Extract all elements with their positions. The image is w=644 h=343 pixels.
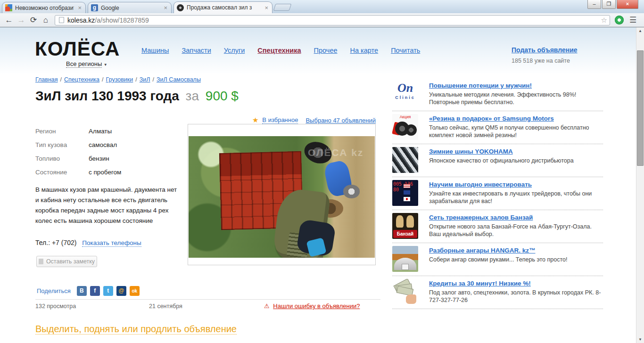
breadcrumb-spectechnika[interactable]: Спецтехника: [64, 76, 99, 83]
browser-tab-1[interactable]: Невозможно отобразить ×: [2, 2, 86, 13]
listing-date: 21 сентября: [149, 303, 182, 310]
akcia-badge: Акция: [392, 114, 418, 119]
home-icon[interactable]: ⌂: [40, 16, 52, 25]
ad-text: Японское качество от официального дистри…: [429, 157, 603, 164]
nav-services[interactable]: Услуги: [224, 47, 245, 54]
ad-text: Собери ангар своими руками... Теперь это…: [429, 256, 603, 263]
tire-shape: [405, 124, 417, 136]
promote-link[interactable]: Выделить, поднять или продлить объявлени…: [35, 324, 237, 335]
address-bar[interactable]: kolesa.kz /a/show/18287859 ☆: [55, 15, 610, 25]
phone-label: Тел.: +7 (702): [35, 239, 76, 246]
close-button[interactable]: ×: [617, 0, 638, 9]
back-icon[interactable]: ←: [3, 16, 15, 25]
scroll-thumb[interactable]: [637, 50, 644, 166]
reload-icon[interactable]: ⟳: [27, 15, 40, 25]
post-ad-link[interactable]: Подать объявление: [512, 46, 578, 54]
ad-text: Узнайте как инвестировать в лучших трейд…: [429, 190, 603, 205]
tab-close-icon[interactable]: ×: [77, 5, 83, 11]
chevron-down-icon: ▼: [104, 63, 107, 67]
nav-spectechnika[interactable]: Спецтехника: [257, 47, 301, 54]
tab-title: Продажа самосвал зил з: [187, 4, 261, 11]
ad-title[interactable]: Научим выгодно инвестировать: [429, 181, 532, 188]
ad-onclinic[interactable]: On Clinic Повышение потенции у мужчин! У…: [392, 78, 603, 111]
ad-title[interactable]: Разборные ангары HANGAR. kz™: [429, 247, 535, 254]
nav-other[interactable]: Прочее: [314, 47, 338, 54]
visitors-count: 185 518 уже на сайте: [512, 57, 570, 64]
hangar-icon: [392, 246, 418, 272]
nav-cars[interactable]: Машины: [141, 47, 169, 54]
truck-photo: ОЛЁСА kz: [189, 136, 375, 258]
selected-ads-link[interactable]: Выбрано 47 объявлений: [305, 117, 376, 124]
nav-read[interactable]: Почитать: [391, 47, 420, 54]
report-error-link[interactable]: Нашли ошибку в объявлении?: [273, 302, 360, 310]
scroll-down-icon[interactable]: ▼: [636, 336, 644, 343]
nav-map[interactable]: На карте: [350, 47, 379, 54]
ad-text: Уникальные методики лечения. Эффективнос…: [429, 91, 603, 106]
breadcrumb-home[interactable]: Главная: [35, 76, 58, 83]
vk-icon[interactable]: В: [77, 286, 87, 296]
detail-row-fuel: Топливо бензин: [35, 152, 182, 165]
page-scrollbar[interactable]: ▲ ▼: [636, 27, 644, 343]
browser-tab-3-active[interactable]: Продажа самосвал зил з ×: [173, 1, 272, 13]
tab-close-icon[interactable]: ×: [163, 5, 168, 11]
ad-banzai[interactable]: Банзай Сеть тренажерных залов Банзай Отк…: [392, 210, 603, 243]
tab-title: Невозможно отобразить: [15, 5, 74, 11]
menu-icon[interactable]: ☰: [629, 15, 636, 25]
nav-parts[interactable]: Запчасти: [182, 47, 211, 54]
main-nav: Машины Запчасти Услуги Спецтехника Проче…: [141, 47, 420, 54]
scroll-up-icon[interactable]: ▲: [636, 27, 644, 34]
ad-title[interactable]: Кредиты за 30 минут! Низкие %!: [429, 280, 531, 287]
page-content: КОЛЁСА Все регионы ▼ Машины Запчасти Усл…: [0, 27, 636, 343]
wheel-favicon-icon: [177, 4, 184, 11]
ad-title[interactable]: Сеть тренажерных залов Банзай: [429, 214, 533, 221]
minimize-button[interactable]: –: [587, 0, 601, 9]
breadcrumb-zil[interactable]: ЗиЛ: [140, 76, 150, 83]
region-label: Все регионы: [66, 60, 102, 68]
ad-credit[interactable]: Кредиты за 30 минут! Низкие %! Под залог…: [392, 276, 603, 309]
bookmark-star-icon[interactable]: ☆: [601, 16, 607, 24]
mailru-icon[interactable]: @: [116, 286, 126, 296]
ad-title[interactable]: Зимние шины YOKOHAMA: [429, 148, 513, 155]
browser-tab-2[interactable]: g Google ×: [88, 2, 172, 13]
forward-icon[interactable]: →: [15, 16, 27, 25]
ad-title[interactable]: Повышение потенции у мужчин!: [429, 82, 532, 89]
tab-strip: Невозможно отобразить × g Google × Прода…: [0, 0, 644, 13]
ad-hangar[interactable]: Разборные ангары HANGAR. kz™ Собери анга…: [392, 243, 603, 276]
money-hand-icon: [392, 279, 418, 305]
odnoklassniki-icon[interactable]: ok: [130, 286, 140, 296]
twitter-icon[interactable]: t: [103, 286, 113, 296]
tab-close-icon[interactable]: ×: [264, 5, 269, 11]
onclinic-logo-icon: On Clinic: [392, 81, 418, 107]
ad-text: Открытие нового зала Банзай-Force на Аба…: [429, 223, 603, 238]
site-logo[interactable]: КОЛЁСА: [35, 38, 120, 60]
show-phones-link[interactable]: Показать телефоны: [82, 239, 141, 247]
breadcrumb-zil-dump[interactable]: ЗиЛ Самосвалы: [157, 76, 201, 83]
views-count: 132 просмотра: [35, 303, 76, 310]
new-tab-button[interactable]: [273, 4, 292, 11]
browser-toolbar: ← → ⟳ ⌂ kolesa.kz /a/show/18287859 ☆ ☰: [0, 13, 644, 27]
listing-description: В машинах кузов рам крашеный. даукмента …: [35, 185, 179, 226]
ad-yokohama[interactable]: Зимние шины YOKOHAMA Японское качество о…: [392, 144, 603, 177]
breadcrumb-trucks[interactable]: Грузовики: [106, 76, 133, 83]
add-favorite-link[interactable]: В избранное: [262, 116, 298, 124]
facebook-icon[interactable]: f: [90, 286, 100, 296]
extension-icon[interactable]: [615, 16, 624, 24]
hangar-door: [402, 264, 409, 270]
ad-invest[interactable]: 005 136 80 Научим выгодно инвестировать …: [392, 177, 603, 210]
ad-samsung-motors[interactable]: Акция «Резина в подарок» от Samsung Moto…: [392, 111, 603, 144]
region-selector[interactable]: Все регионы ▼: [66, 60, 107, 67]
browser-window: Невозможно отобразить × g Google × Прода…: [0, 0, 644, 343]
tab-title: Google: [101, 5, 160, 11]
restore-button[interactable]: ❐: [602, 0, 616, 9]
listing-photo[interactable]: ОЛЁСА kz: [188, 124, 376, 265]
leave-note-button[interactable]: Оставить заметку: [36, 256, 97, 267]
star-icon: ★: [252, 116, 258, 124]
feather-favicon-icon: [5, 4, 12, 11]
listing-price: 900 $: [206, 89, 239, 103]
report-error-row: ⚠ Нашли ошибку в объявлении?: [264, 302, 360, 310]
ad-text: Под залог авто, спецтехники, золота. В к…: [429, 289, 603, 304]
phone-row: Тел.: +7 (702) Показать телефоны: [35, 239, 141, 246]
ad-title[interactable]: «Резина в подарок» от Samsung Motors: [429, 115, 554, 122]
page-title: ЗиЛ зил 130 1993 года за 900 $: [35, 89, 239, 104]
window-controls: – ❐ ×: [586, 0, 638, 9]
